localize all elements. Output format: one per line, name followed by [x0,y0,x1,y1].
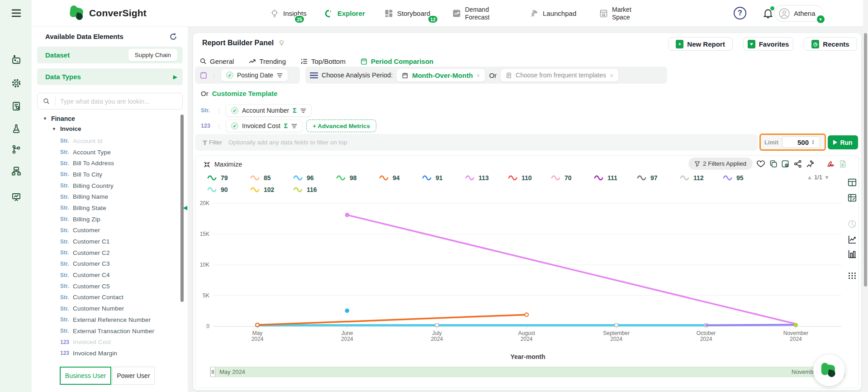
tree-field-customer-c1[interactable]: Str.Customer C1 [32,236,180,247]
tree-field-bill-to-city[interactable]: Str.Bill To City [32,169,180,180]
export-pdf-icon[interactable] [826,159,835,168]
copy-report-icon[interactable] [781,159,790,168]
more-charts-grid-icon[interactable] [847,271,857,281]
tree-field-customer-c3[interactable]: Str.Customer C3 [32,258,180,270]
tree-field-customer-c5[interactable]: Str.Customer C5 [32,281,180,292]
caret-down-icon[interactable]: ▼ [52,127,56,131]
sidebar-collapse-arrow[interactable]: ◀ [183,202,189,213]
assistant-launcher-button[interactable] [813,354,845,386]
table-view-icon[interactable] [847,177,857,187]
legend-item-96[interactable]: 96 [293,172,336,184]
aggregate-sigma-icon[interactable]: Σ [284,122,288,129]
presentation-chart-icon[interactable] [11,191,22,202]
tree-field-invoiced-cost[interactable]: 123Invoiced Cost [32,336,180,348]
legend-item-116[interactable]: 116 [293,184,336,196]
nav-item-launchpad[interactable]: Launchpad [530,0,576,27]
tree-subgroup-invoice[interactable]: ▼ Invoice [52,125,81,132]
slider-left-handle[interactable] [210,367,215,377]
tree-field-bill-to-address[interactable]: Str.Bill To Address [32,158,180,169]
hamburger-menu-icon[interactable] [11,8,22,19]
tree-field-customer-number[interactable]: Str.Customer Number [32,303,180,314]
frequent-templates-dropdown[interactable]: Choose from frequent templates ∨ [500,68,619,82]
pie-chart-icon[interactable] [847,219,857,229]
drag-handle-icon[interactable]: ⋮ [216,107,222,114]
legend-page-up-icon[interactable]: ▲ [807,174,812,181]
tree-field-invoiced-margin[interactable]: 123Invoiced Margin [32,348,180,359]
nav-item-insights[interactable]: Insights 25 [270,0,307,27]
filter-bar[interactable]: Filter Optionally add any data fields to… [195,134,758,151]
legend-item-102[interactable]: 102 [250,184,293,196]
window-scrollbar[interactable] [863,0,868,392]
legend-item-112[interactable]: 112 [680,172,723,184]
legend-item-111[interactable]: 111 [594,172,637,184]
advanced-metrics-button[interactable]: + Advanced Metrics [306,120,376,132]
time-range-slider[interactable]: May 2024 November 2024 [210,367,845,377]
tree-field-external-transaction-number[interactable]: Str.External Transaction Number [32,325,180,337]
data-types-selector[interactable]: Data Types ▶ [37,68,183,85]
analysis-period-dropdown[interactable]: Month-Over-Month ∨ [396,68,485,82]
business-user-button[interactable]: Business User [60,367,111,385]
hierarchy-sitemap-icon[interactable] [11,166,22,177]
invoiced-cost-chip[interactable]: ✓ Invoiced Cost Σ [226,120,303,132]
tab-general[interactable]: General [199,57,234,65]
tree-field-billing-name[interactable]: Str.Billing Name [32,191,180,202]
help-icon[interactable]: ? [734,7,746,19]
nav-item-storyboard[interactable]: Storyboard 12 [384,0,430,27]
tree-field-customer-c2[interactable]: Str.Customer C2 [32,247,180,258]
settings-gear-icon[interactable] [11,78,22,89]
account-number-chip[interactable]: ✓ Account Number Σ [226,104,312,117]
legend-item-85[interactable]: 85 [250,172,293,184]
tree-field-customer-contact[interactable]: Str.Customer Contact [32,292,180,303]
brand-logo[interactable]: ConverSight [70,5,147,21]
legend-item-95[interactable]: 95 [723,172,766,184]
pivot-table-icon[interactable] [847,193,857,203]
legend-item-90[interactable]: 90 [207,184,250,196]
document-audit-icon[interactable] [11,100,22,111]
tree-field-customer-c4[interactable]: Str.Customer C4 [32,269,180,281]
copy-icon[interactable] [769,159,778,168]
tree-field-billing-zip[interactable]: Str.Billing Zip [32,214,180,225]
power-user-button[interactable]: Power User [112,367,155,385]
limit-input[interactable] [783,139,809,146]
share-icon[interactable] [793,159,802,168]
new-report-button[interactable]: + New Report [668,37,733,51]
line-chart-icon[interactable] [847,234,857,244]
labs-flask-icon[interactable] [11,123,22,134]
drag-handle-icon[interactable]: ⋮ [211,72,217,79]
favorite-heart-icon[interactable] [756,159,765,168]
pin-icon[interactable] [806,159,815,168]
nav-item-explorer[interactable]: Explorer [324,0,365,27]
aggregate-sigma-icon[interactable]: Σ [293,107,296,114]
nav-item-demand-forecast[interactable]: Demand Forecast [452,0,497,27]
favorites-button[interactable]: ♥ Favorites [743,37,793,51]
user-menu[interactable]: Athena ▼ [774,5,823,22]
tree-group-finance[interactable]: ▼ Finance [43,115,75,122]
legend-item-94[interactable]: 94 [379,172,422,184]
sort-filter-icon[interactable] [291,124,297,129]
workflow-branch-icon[interactable] [11,144,22,155]
refresh-icon[interactable] [169,32,178,41]
search-input[interactable] [56,98,182,105]
run-button[interactable]: Run [828,135,858,149]
maximize-button[interactable]: Maximize [204,161,242,168]
scrollbar-thumb[interactable] [864,33,867,287]
sort-filter-icon[interactable] [277,73,283,78]
nav-item-market-space[interactable]: Market Space [599,0,644,27]
customize-template-link[interactable]: Customize Template [212,90,278,97]
tab-trending[interactable]: Trending [248,57,286,65]
hint-bulb-icon[interactable] [278,39,285,47]
bar-chart-icon[interactable] [847,249,857,259]
tree-field-billing-state[interactable]: Str.Billing State [32,202,180,214]
tree-field-account-id[interactable]: Str.Account Id [32,135,180,147]
assistant-icon[interactable] [11,54,22,65]
export-excel-icon[interactable] [838,159,847,168]
sort-filter-icon[interactable] [300,108,306,113]
caret-down-icon[interactable]: ▼ [43,116,47,121]
legend-item-79[interactable]: 79 [207,172,250,184]
notifications-bell-icon[interactable] [762,7,774,19]
posting-date-chip[interactable]: ✓ Posting Date [221,69,288,81]
legend-item-91[interactable]: 91 [422,172,465,184]
recents-button[interactable]: ◷ Recents [804,37,857,51]
tree-field-billing-country[interactable]: Str.Billing Country [32,180,180,191]
legend-item-110[interactable]: 110 [508,172,551,184]
